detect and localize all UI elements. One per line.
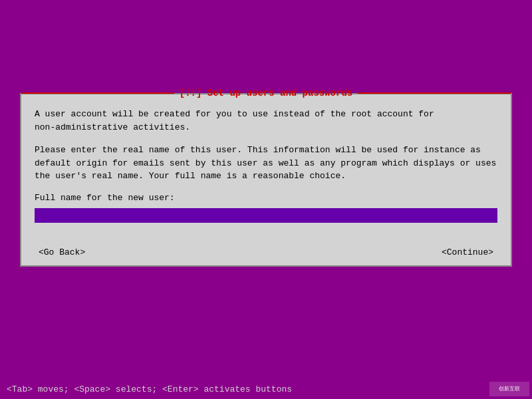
title-bar: [!!] Set up users and passwords <box>21 88 511 98</box>
title-bar-line-right <box>358 92 511 94</box>
status-text: <Tab> moves; <Space> selects; <Enter> ac… <box>7 384 292 394</box>
watermark: 创新互联 <box>489 382 529 396</box>
dialog-content: A user account will be created for you t… <box>21 94 511 246</box>
title-bar-line-left <box>21 92 174 94</box>
fullname-input[interactable] <box>35 208 497 223</box>
dialog-title: [!!] Set up users and passwords <box>174 88 358 98</box>
buttons-row: <Go Back> <Continue> <box>21 246 511 259</box>
dialog-box: [!!] Set up users and passwords A user a… <box>20 93 512 267</box>
continue-button[interactable]: <Continue> <box>438 246 497 259</box>
watermark-text: 创新互联 <box>499 386 520 392</box>
description-1: A user account will be created for you t… <box>35 108 497 134</box>
go-back-button[interactable]: <Go Back> <box>35 246 89 259</box>
field-label: Full name for the new user: <box>35 193 497 203</box>
description-2: Please enter the real name of this user.… <box>35 144 497 183</box>
screen: [!!] Set up users and passwords A user a… <box>0 0 532 399</box>
status-bar: <Tab> moves; <Space> selects; <Enter> ac… <box>0 379 532 399</box>
